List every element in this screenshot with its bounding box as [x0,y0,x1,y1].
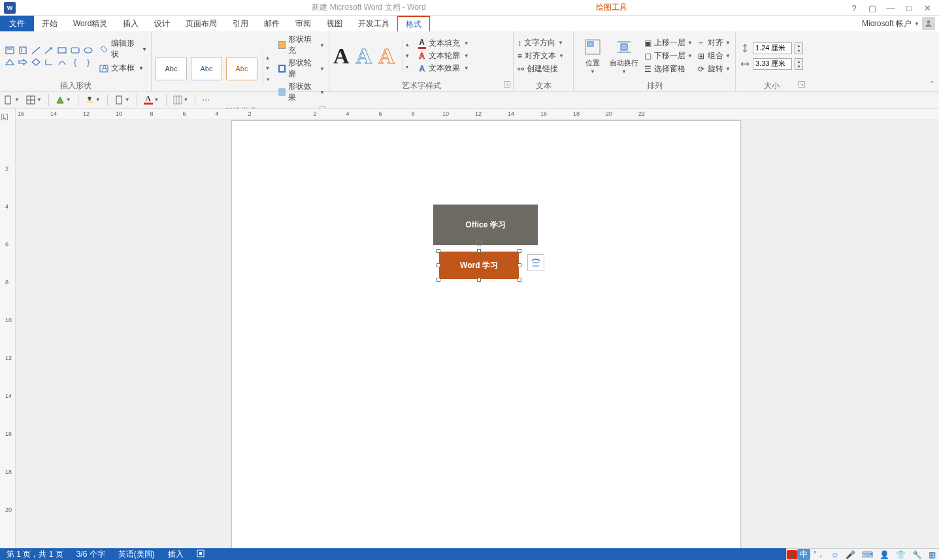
resize-handle-br[interactable] [518,278,521,282]
shape-rounded-rect-icon[interactable] [69,45,81,56]
text-outline-button[interactable]: A文本轮廓▼ [418,50,469,61]
shape-word-selected[interactable]: ⟳ Word 学习 [439,252,519,279]
shape-styles-gallery[interactable]: Abc Abc Abc ▲▼▾ [156,52,272,85]
shape-brace-right-icon[interactable]: } [82,57,94,67]
qat-new-button[interactable]: ▼ [4,95,20,105]
help-icon[interactable]: ? [845,3,863,13]
gallery-scroll-wordart[interactable]: ▲▼▾ [403,40,412,73]
height-spinner-down[interactable]: ▼ [795,48,802,54]
document-canvas[interactable]: 161412108642246810121416182022 Office 学习… [16,108,939,548]
more-icon[interactable]: ▾ [267,76,269,82]
resize-handle-tl[interactable] [437,249,440,253]
tab-page-layout[interactable]: 页面布局 [178,16,225,31]
tab-file[interactable]: 文件 [0,16,34,31]
align-button[interactable]: ⫟对齐▼ [697,37,731,48]
account-dropdown-icon[interactable]: ▼ [914,21,919,27]
up-arrow-icon[interactable]: ▲ [404,42,410,48]
ime-emoji-icon[interactable]: ☺ [828,550,842,559]
status-insert-mode[interactable]: 插入 [161,549,190,560]
wordart-thumb-1[interactable]: A [333,44,350,69]
position-button[interactable]: 位置▼ [578,37,608,74]
ime-keyboard-icon[interactable]: ⌨ [859,550,876,559]
shape-fill-button[interactable]: 形状填充▼ [278,34,325,56]
rotation-handle[interactable]: ⟳ [476,240,482,246]
shape-textbox-v-icon[interactable] [17,45,29,56]
wordart-gallery[interactable]: A A A ▲▼▾ [333,40,412,73]
ime-punctuation-icon[interactable]: °， [810,549,828,560]
shape-diamond-icon[interactable] [30,57,42,67]
wordart-thumb-3[interactable]: A [378,44,395,69]
qat-page-button[interactable]: ▼ [114,95,130,105]
vertical-ruler[interactable]: L 2468101214161820 [0,108,16,548]
ime-menu-icon[interactable]: ▦ [925,550,939,559]
shape-rectangle-icon[interactable] [56,45,68,56]
height-spinner-up[interactable]: ▲ [795,43,802,48]
width-spinner-up[interactable]: ▲ [795,59,802,64]
rotate-button[interactable]: ⟳旋转▼ [697,63,731,74]
ime-language-button[interactable]: 中 [797,549,810,560]
shape-oval-icon[interactable] [82,45,94,56]
shapes-gallery[interactable]: { } [4,45,94,67]
shape-office[interactable]: Office 学习 [433,205,538,245]
shape-textbox-icon[interactable] [4,45,16,56]
bring-forward-button[interactable]: ▣上移一层▼ [643,37,693,48]
qat-highlight-button[interactable]: ▼ [85,95,101,105]
shape-arrow-right-icon[interactable] [17,57,29,67]
qat-shape-button[interactable]: ▼ [56,95,71,105]
tab-developer[interactable]: 开发工具 [350,16,397,31]
tab-design[interactable]: 设计 [146,16,178,31]
tab-review[interactable]: 审阅 [288,16,319,31]
close-icon[interactable]: ✕ [918,3,936,13]
tab-word-genius[interactable]: Word精灵 [65,16,115,31]
tab-insert[interactable]: 插入 [115,16,146,31]
create-link-button[interactable]: ⚯创建链接 [518,63,564,74]
shape-line-icon[interactable] [30,45,42,56]
ime-user-icon[interactable]: 👤 [876,550,893,559]
minimize-icon[interactable]: — [881,3,900,13]
maximize-icon[interactable]: □ [900,3,918,13]
wrap-text-button[interactable]: 自动换行▼ [609,37,639,74]
text-fill-button[interactable]: A文本填充▼ [418,38,469,49]
shape-style-thumb-3[interactable]: Abc [226,57,257,80]
status-language[interactable]: 英语(美国) [112,549,161,560]
width-spinner-down[interactable]: ▼ [795,64,802,69]
shape-brace-left-icon[interactable]: { [69,57,81,67]
tab-view[interactable]: 视图 [319,16,350,31]
shape-style-thumb-2[interactable]: Abc [191,57,222,80]
more-icon[interactable]: ▾ [406,64,408,70]
page[interactable]: Office 学习 ⟳ Word 学习 [231,120,741,548]
text-direction-button[interactable]: ↕文字方向▼ [518,37,564,48]
gallery-scroll[interactable]: ▲▼▾ [263,52,272,85]
horizontal-ruler[interactable]: 161412108642246810121416182022 [16,108,939,120]
account-avatar[interactable] [922,17,935,30]
shape-elbow-icon[interactable] [43,57,55,67]
shape-effects-button[interactable]: 形状效果▼ [278,81,325,103]
text-effects-button[interactable]: A文本效果▼ [418,63,469,74]
layout-options-button[interactable] [527,254,544,271]
status-page[interactable]: 第 1 页，共 1 页 [0,549,70,560]
launcher-size[interactable]: ↘ [799,81,805,88]
resize-handle-mr[interactable] [518,263,521,267]
down-arrow-icon[interactable]: ▼ [265,65,271,71]
ime-voice-icon[interactable]: 🎤 [842,550,859,559]
ribbon-display-options-icon[interactable]: ▢ [863,3,881,13]
sogou-logo-icon[interactable]: S [787,550,797,559]
tab-format[interactable]: 格式 [397,16,430,31]
collapse-ribbon-icon[interactable]: ⌃ [929,80,935,88]
resize-handle-tm[interactable] [477,249,481,253]
status-macro-icon[interactable] [190,550,211,559]
resize-handle-ml[interactable] [437,263,440,267]
group-button[interactable]: ⊞组合▼ [697,50,731,61]
ime-tool-icon[interactable]: 🔧 [909,550,925,559]
up-arrow-icon[interactable]: ▲ [265,55,271,61]
shape-outline-button[interactable]: 形状轮廓▼ [278,58,325,80]
tab-mailings[interactable]: 邮件 [256,16,288,31]
edit-shape-button[interactable]: 编辑形状▼ [99,38,147,60]
account-label[interactable]: Microsoft 帐户 [862,18,912,29]
resize-handle-tr[interactable] [518,249,521,253]
shape-triangle-icon[interactable] [4,57,16,67]
shape-arrow-line-icon[interactable] [43,45,55,56]
tab-selector[interactable]: L [1,114,8,120]
shape-style-thumb-1[interactable]: Abc [156,57,187,80]
send-backward-button[interactable]: ▢下移一层▼ [643,50,693,61]
